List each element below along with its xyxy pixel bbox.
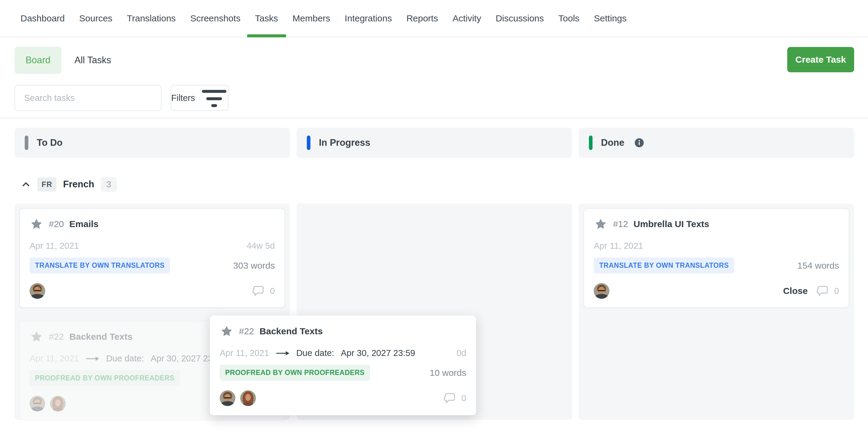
column-header-todo: To Do — [14, 128, 290, 158]
task-card-22-dragging[interactable]: #22 Backend Texts Apr 11, 2021 Due date:… — [210, 315, 476, 415]
task-id: #22 — [49, 332, 64, 342]
word-count: 10 words — [430, 368, 466, 378]
avatar-woman — [50, 396, 66, 411]
nav-settings[interactable]: Settings — [594, 0, 627, 37]
assignees — [594, 283, 610, 299]
avatar-man — [220, 390, 236, 406]
column-header-in-progress: In Progress — [297, 128, 572, 158]
nav-dashboard[interactable]: Dashboard — [21, 0, 65, 37]
star-icon[interactable] — [220, 325, 234, 338]
comments-button[interactable]: 0 — [816, 284, 839, 298]
comment-icon — [443, 392, 457, 405]
nav-activity[interactable]: Activity — [453, 0, 481, 37]
task-id: #20 — [49, 219, 64, 229]
task-start-date: Apr 11, 2021 — [220, 348, 269, 358]
task-id: #22 — [239, 326, 254, 336]
due-date-label: Due date: — [296, 348, 334, 358]
comment-count: 0 — [461, 393, 466, 403]
card-dates-row: Apr 11, 2021 Due date: Apr 30, 2027 23:5… — [220, 348, 466, 358]
star-icon[interactable] — [594, 217, 608, 231]
info-icon[interactable] — [634, 138, 644, 148]
tab-all-tasks[interactable]: All Tasks — [74, 47, 111, 74]
avatar-man — [594, 283, 610, 299]
comment-count: 0 — [834, 286, 839, 296]
nav-translations[interactable]: Translations — [127, 0, 176, 37]
card-footer: Close 0 — [594, 283, 839, 299]
language-code-badge: FR — [37, 177, 56, 192]
main-nav: Dashboard Sources Translations Screensho… — [0, 0, 868, 37]
create-task-button[interactable]: Create Task — [787, 47, 854, 72]
nav-tools[interactable]: Tools — [558, 0, 580, 37]
card-dates-row: Apr 11, 2021 44w 5d — [30, 241, 275, 251]
avatar-man — [30, 396, 45, 411]
star-icon[interactable] — [30, 217, 43, 231]
star-icon — [30, 330, 43, 343]
tab-board[interactable]: Board — [14, 47, 61, 74]
status-color-bar-in-progress — [307, 136, 310, 150]
task-type-badge: PROOFREAD BY OWN PROOFREADERS — [30, 370, 180, 386]
filter-icon — [200, 84, 228, 111]
due-date-value: Apr 30, 2027 23:59 — [341, 348, 415, 358]
column-title-done: Done — [601, 137, 624, 148]
card-badge-row: TRANSLATE BY OWN TRANSLATORS 154 words — [594, 258, 839, 273]
task-title: Emails — [69, 219, 98, 229]
card-footer: 0 — [220, 390, 466, 406]
filters-label: Filters — [171, 93, 195, 103]
card-badge-row: PROOFREAD BY OWN PROOFREADERS 10 words — [220, 365, 466, 381]
comments-button[interactable]: 0 — [443, 392, 466, 405]
card-header: #22 Backend Texts — [220, 325, 466, 338]
section-divider — [0, 118, 868, 119]
status-color-bar-todo — [25, 136, 28, 150]
nav-integrations[interactable]: Integrations — [345, 0, 392, 37]
task-title: Umbrella UI Texts — [633, 219, 709, 229]
task-card-12[interactable]: #12 Umbrella UI Texts Apr 11, 2021 TRANS… — [584, 208, 849, 308]
task-title: Backend Texts — [259, 326, 323, 336]
card-badge-row: TRANSLATE BY OWN TRANSLATORS 303 words — [30, 258, 275, 273]
task-type-badge: PROOFREAD BY OWN PROOFREADERS — [220, 365, 370, 381]
task-start-date: Apr 11, 2021 — [30, 354, 79, 364]
task-type-badge: TRANSLATE BY OWN TRANSLATORS — [594, 258, 734, 273]
language-name: French — [63, 179, 94, 190]
status-color-bar-done — [589, 136, 592, 150]
column-header-done: Done — [579, 128, 854, 158]
nav-discussions[interactable]: Discussions — [495, 0, 544, 37]
task-age: 0d — [457, 348, 466, 358]
assignees — [220, 390, 256, 406]
card-header: #12 Umbrella UI Texts — [594, 217, 839, 231]
nav-tasks[interactable]: Tasks — [255, 0, 278, 37]
task-start-date: Apr 11, 2021 — [30, 241, 79, 251]
nav-reports[interactable]: Reports — [406, 0, 438, 37]
word-count: 154 words — [798, 261, 839, 271]
arrow-right-icon — [276, 350, 290, 356]
comment-icon — [252, 284, 265, 298]
task-id: #12 — [613, 219, 628, 229]
task-age: 44w 5d — [247, 241, 275, 251]
language-group-header: FR French 3 — [21, 175, 117, 194]
assignees — [30, 283, 45, 299]
close-task-button[interactable]: Close — [783, 286, 808, 296]
avatar-woman — [240, 390, 256, 406]
nav-screenshots[interactable]: Screenshots — [190, 0, 241, 37]
word-count: 303 words — [233, 261, 275, 271]
comments-button[interactable]: 0 — [252, 284, 275, 298]
task-card-20[interactable]: #20 Emails Apr 11, 2021 44w 5d TRANSLATE… — [19, 208, 285, 308]
avatar-man — [30, 283, 45, 299]
card-header: #20 Emails — [30, 217, 275, 231]
search-tasks-input[interactable] — [14, 85, 161, 111]
column-done: #12 Umbrella UI Texts Apr 11, 2021 TRANS… — [579, 204, 854, 420]
task-type-badge: TRANSLATE BY OWN TRANSLATORS — [30, 258, 170, 273]
filters-button[interactable]: Filters — [170, 85, 228, 111]
column-title-in-progress: In Progress — [319, 137, 370, 148]
assignees — [30, 396, 66, 411]
task-start-date: Apr 11, 2021 — [594, 241, 643, 251]
nav-sources[interactable]: Sources — [79, 0, 113, 37]
task-title: Backend Texts — [69, 332, 133, 342]
comment-count: 0 — [270, 286, 275, 296]
tasks-board-page: Dashboard Sources Translations Screensho… — [0, 0, 868, 437]
nav-members[interactable]: Members — [293, 0, 330, 37]
card-dates-row: Apr 11, 2021 — [594, 241, 839, 251]
comment-icon — [816, 284, 830, 298]
task-count-badge: 3 — [101, 177, 117, 192]
chevron-up-icon[interactable] — [21, 179, 31, 189]
arrow-right-icon — [86, 356, 99, 362]
